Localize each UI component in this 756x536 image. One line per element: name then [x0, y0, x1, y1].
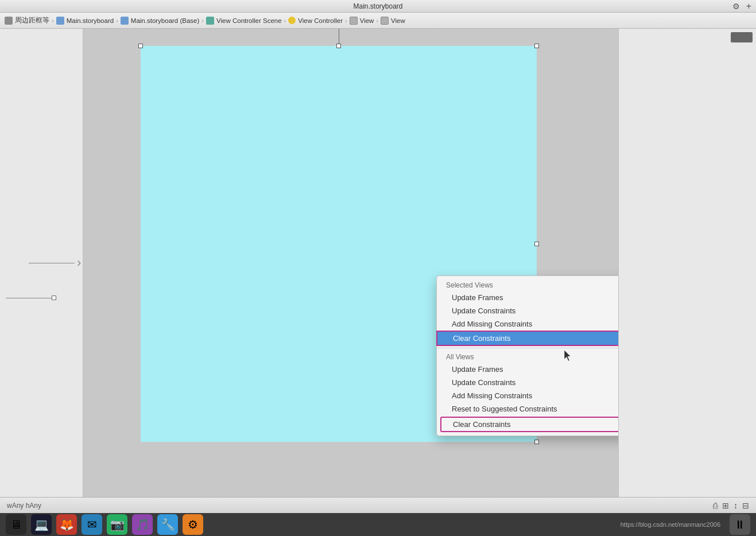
printer-icon[interactable]: ⎙ [713, 501, 718, 510]
menu-label-add-missing-selected: Add Missing Constraints [452, 320, 532, 328]
menu-section-all-views: All Views [437, 350, 618, 363]
menu-section-selected-views: Selected Views [437, 278, 618, 291]
scene-icon [206, 17, 214, 25]
menu-item-reset-suggested-all[interactable]: Reset to Suggested Constraints [437, 402, 618, 415]
taskbar-icon-1[interactable]: 🖥 [6, 514, 26, 535]
view-icon-2 [381, 17, 389, 25]
breadcrumb-item-1[interactable]: 周边距框等 [5, 16, 49, 25]
main-layout: › Selected Views [0, 29, 756, 497]
view-icon-1 [350, 17, 358, 25]
breadcrumb-sep-6: › [376, 17, 378, 24]
breadcrumb-item-6[interactable]: View [350, 17, 374, 25]
taskbar: 🖥 💻 🦊 ✉ 📷 🎵 🔧 ⚙ https://blog.csdn.net/ma… [0, 513, 756, 536]
menu-item-update-constraints-selected[interactable]: Update Constraints ⇧⌘= [437, 304, 618, 317]
breadcrumb-item-7[interactable]: View [381, 17, 405, 25]
window-title: Main.storyboard [353, 2, 402, 10]
handle-bottom-right[interactable] [534, 440, 539, 444]
breadcrumb-item-2[interactable]: Main.storyboard [56, 17, 114, 25]
breadcrumb: 周边距框等 › Main.storyboard › Main.storyboar… [0, 13, 756, 29]
breadcrumb-label-6: View [360, 17, 374, 24]
taskbar-icon-3[interactable]: 🦊 [56, 514, 77, 535]
menu-label-add-missing-all: Add Missing Constraints [452, 391, 532, 400]
handle-top-right[interactable] [534, 44, 539, 48]
title-bar: Main.storyboard ⚙ + [0, 0, 756, 13]
taskbar-icon-6[interactable]: 🎵 [132, 514, 153, 535]
breadcrumb-sep-3: › [201, 17, 204, 24]
right-panel [618, 29, 756, 497]
breadcrumb-label-5: View Controller [298, 17, 343, 24]
menu-item-add-missing-all[interactable]: Add Missing Constraints [437, 389, 618, 402]
breadcrumb-item-5[interactable]: View Controller [288, 17, 343, 24]
menu-item-clear-constraints-all[interactable]: Clear Constraints [440, 417, 618, 432]
handle-top-left[interactable] [138, 44, 143, 48]
bottom-bar: wAny hAny ⎙ ⊞ ↕ ⊟ [0, 497, 756, 513]
menu-label-update-constraints-selected: Update Constraints [452, 306, 515, 315]
menu-item-clear-constraints-selected[interactable]: Clear Constraints [436, 331, 618, 346]
gear-button[interactable]: ⚙ [732, 2, 740, 11]
breadcrumb-item-4[interactable]: View Controller Scene [206, 17, 282, 25]
taskbar-icon-2[interactable]: 💻 [31, 514, 52, 535]
breadcrumb-item-3[interactable]: Main.storyboard (Base) [121, 17, 200, 25]
breadcrumb-sep-4: › [284, 17, 286, 24]
menu-label-update-frames-all: Update Frames [452, 365, 503, 374]
sort-icon[interactable]: ↕ [734, 501, 738, 510]
menu-label-clear-constraints-all: Clear Constraints [453, 420, 510, 429]
vc-icon [288, 17, 296, 24]
add-button[interactable]: + [746, 0, 751, 13]
grid-icon[interactable]: ⊞ [722, 501, 729, 510]
canvas-area[interactable]: Selected Views Update Frames ⌥⌘= Update … [83, 29, 618, 497]
taskbar-icon-8[interactable]: ⚙ [183, 514, 203, 535]
menu-label-update-constraints-all: Update Constraints [452, 378, 515, 387]
menu-item-update-frames-selected[interactable]: Update Frames ⌥⌘= [437, 291, 618, 304]
taskbar-url: https://blog.csdn.net/manmanc2006 [621, 521, 720, 528]
mini-rect-panel [731, 32, 753, 42]
storyboard-icon-1 [56, 17, 64, 25]
arrow-icon: › [77, 255, 81, 270]
menu-label-update-frames-selected: Update Frames [452, 293, 503, 302]
menu-separator [437, 348, 618, 348]
menu-item-update-frames-all[interactable]: Update Frames [437, 363, 618, 376]
menu-label-clear-constraints-selected: Clear Constraints [453, 334, 510, 343]
taskbar-icon-4[interactable]: ✉ [82, 514, 102, 535]
taskbar-icon-5[interactable]: 📷 [107, 514, 127, 535]
taskbar-icon-7[interactable]: 🔧 [157, 514, 178, 535]
breadcrumb-label-1: 周边距框等 [15, 16, 49, 25]
breadcrumb-sep-5: › [345, 17, 347, 24]
folder-icon [5, 17, 13, 25]
breadcrumb-sep-2: › [116, 17, 118, 24]
left-sidebar: › [0, 29, 83, 497]
breadcrumb-label-3: Main.storyboard (Base) [131, 17, 200, 24]
menu-label-reset-suggested-all: Reset to Suggested Constraints [452, 405, 557, 413]
context-menu: Selected Views Update Frames ⌥⌘= Update … [436, 275, 618, 436]
bottom-right-icons: ⎙ ⊞ ↕ ⊟ [713, 501, 749, 510]
breadcrumb-sep-1: › [52, 17, 54, 24]
split-icon[interactable]: ⊟ [742, 501, 749, 510]
handle-mid-right[interactable] [534, 242, 539, 246]
handle-top-center[interactable] [336, 44, 341, 48]
breadcrumb-label-7: View [391, 17, 405, 24]
size-label: wAny hAny [7, 502, 41, 510]
storyboard-icon-2 [121, 17, 129, 25]
menu-item-add-missing-selected[interactable]: Add Missing Constraints [437, 317, 618, 331]
breadcrumb-label-2: Main.storyboard [67, 17, 114, 24]
menu-item-update-constraints-all[interactable]: Update Constraints [437, 376, 618, 389]
taskbar-icon-pause[interactable]: ⏸ [730, 514, 750, 535]
breadcrumb-label-4: View Controller Scene [216, 17, 282, 24]
